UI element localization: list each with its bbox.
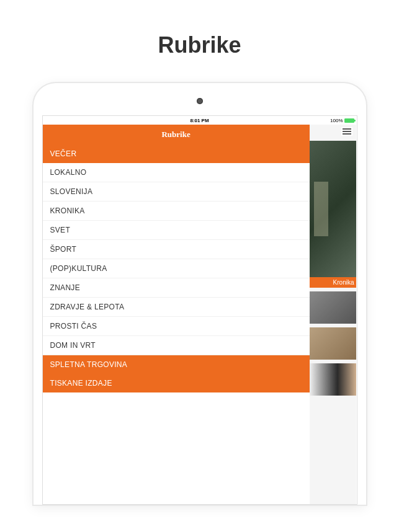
page-title: Rubrike <box>0 0 399 83</box>
battery-icon <box>344 118 354 123</box>
tablet-screen: 8:01 PM 100% Rubrike VEČER LOKALNO SLOVE… <box>42 115 357 505</box>
article-hero-thumbnail[interactable] <box>310 141 357 277</box>
sidebar-section-tiskane-izdaje[interactable]: TISKANE IZDAJE <box>43 374 310 392</box>
sidebar-header: Rubrike <box>43 125 310 144</box>
status-right: 100% <box>330 118 354 123</box>
article-thumbnail-3[interactable] <box>310 363 357 396</box>
sidebar-item-dom-in-vrt[interactable]: DOM IN VRT <box>43 336 310 355</box>
sidebar-item-lokalno[interactable]: LOKALNO <box>43 163 310 182</box>
status-bar: 8:01 PM 100% <box>43 116 357 125</box>
content-area: Rubrike VEČER LOKALNO SLOVENIJA KRONIKA … <box>43 125 357 504</box>
main-panel: Kronika <box>310 125 357 504</box>
sidebar-item-popkultura[interactable]: (POP)KULTURA <box>43 259 310 278</box>
sidebar-item-svet[interactable]: SVET <box>43 221 310 240</box>
status-time: 8:01 PM <box>190 118 208 123</box>
battery-percent: 100% <box>330 118 343 123</box>
sidebar-section-spletna-trgovina[interactable]: SPLETNA TRGOVINA <box>43 355 310 374</box>
sidebar-item-sport[interactable]: ŠPORT <box>43 240 310 259</box>
sidebar: Rubrike VEČER LOKALNO SLOVENIJA KRONIKA … <box>43 125 310 504</box>
tablet-camera-icon <box>197 98 203 104</box>
article-thumbnail-2[interactable] <box>310 327 357 360</box>
sidebar-item-prosti-cas[interactable]: PROSTI ČAS <box>43 317 310 336</box>
sidebar-item-zdravje-lepota[interactable]: ZDRAVJE & LEPOTA <box>43 298 310 317</box>
hamburger-menu-icon[interactable] <box>341 127 352 136</box>
sidebar-item-znanje[interactable]: ZNANJE <box>43 278 310 298</box>
article-thumbnail-1[interactable] <box>310 291 357 324</box>
tablet-frame: 8:01 PM 100% Rubrike VEČER LOKALNO SLOVE… <box>34 83 366 505</box>
sidebar-item-kronika[interactable]: KRONIKA <box>43 202 310 221</box>
article-category-badge[interactable]: Kronika <box>310 277 357 288</box>
sidebar-item-slovenija[interactable]: SLOVENIJA <box>43 182 310 202</box>
sidebar-section-vecer[interactable]: VEČER <box>43 144 310 163</box>
